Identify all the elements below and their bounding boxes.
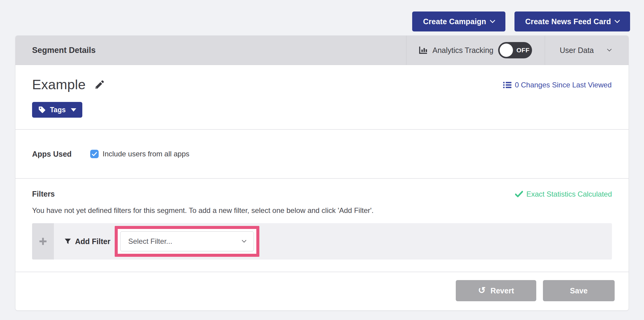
segment-details-panel: Segment Details Analytics Tracking OFF U…: [15, 35, 629, 311]
filters-section: Filters Exact Statistics Calculated You …: [15, 179, 629, 272]
analytics-tracking-toggle[interactable]: OFF: [498, 42, 532, 58]
apps-used-label: Apps Used: [32, 150, 90, 158]
edit-name-button[interactable]: [94, 79, 105, 90]
caret-down-icon: [71, 108, 76, 112]
chevron-down-icon: [614, 18, 620, 23]
chevron-down-icon: [242, 238, 246, 243]
create-news-feed-card-button[interactable]: Create News Feed Card: [514, 11, 630, 31]
footer-actions: ↺ Revert Save: [15, 272, 629, 310]
include-all-apps-label: Include users from all apps: [103, 150, 189, 158]
save-label: Save: [570, 286, 587, 295]
pencil-icon: [94, 79, 105, 90]
segment-title-section: Example 0 Changes: [15, 65, 629, 129]
create-campaign-button[interactable]: Create Campaign: [412, 11, 505, 31]
screen: Create Campaign Create News Feed Card Se…: [0, 0, 644, 320]
toggle-state-label: OFF: [516, 47, 530, 54]
filter-funnel-icon: [64, 238, 71, 245]
chevron-down-icon: [490, 18, 495, 23]
page-title: Segment Details: [15, 36, 406, 65]
list-icon: [503, 81, 511, 89]
add-filter-row-body: Add Filter Select Filter...: [54, 223, 612, 260]
filters-heading: Filters: [32, 190, 55, 198]
analytics-tracking-control: Analytics Tracking OFF: [406, 36, 545, 65]
plus-icon: [39, 237, 47, 246]
tags-button-label: Tags: [50, 106, 66, 114]
add-filter-label: Add Filter: [75, 237, 110, 246]
revert-icon: ↺: [478, 286, 486, 295]
include-all-apps-checkbox[interactable]: [90, 150, 99, 158]
select-filter-dropdown[interactable]: Select Filter...: [120, 231, 254, 251]
analytics-tracking-label: Analytics Tracking: [432, 46, 493, 55]
changes-since-last-viewed-link[interactable]: 0 Changes Since Last Viewed: [503, 81, 612, 89]
bar-chart-icon: [419, 46, 428, 55]
add-filter-group-button[interactable]: [32, 223, 54, 260]
checkmark-icon: [92, 152, 97, 156]
select-filter-placeholder: Select Filter...: [128, 237, 172, 246]
revert-button[interactable]: ↺ Revert: [456, 280, 536, 301]
create-news-feed-label: Create News Feed Card: [525, 17, 611, 26]
revert-label: Revert: [491, 286, 514, 295]
filters-empty-state-text: You have not yet defined filters for thi…: [32, 206, 612, 215]
exact-statistics-status: Exact Statistics Calculated: [515, 190, 612, 198]
panel-header: Segment Details Analytics Tracking OFF U…: [15, 36, 629, 65]
apps-used-section: Apps Used Include users from all apps: [15, 130, 629, 178]
segment-name: Example: [32, 77, 86, 93]
user-data-dropdown[interactable]: User Data: [545, 36, 629, 65]
select-filter-highlight-box: Select Filter...: [115, 226, 259, 257]
tags-button[interactable]: Tags: [32, 102, 82, 118]
toggle-knob: [500, 44, 513, 57]
save-button[interactable]: Save: [543, 280, 615, 301]
check-icon: [515, 191, 523, 198]
chevron-down-icon: [607, 47, 612, 52]
changes-link-label: 0 Changes Since Last Viewed: [515, 81, 612, 89]
top-action-bar: Create Campaign Create News Feed Card: [0, 0, 644, 31]
add-filter-label-group: Add Filter: [64, 237, 110, 246]
tag-icon: [38, 106, 46, 114]
add-filter-row: Add Filter Select Filter...: [32, 223, 612, 260]
user-data-label: User Data: [560, 46, 594, 55]
exact-statistics-label: Exact Statistics Calculated: [526, 190, 612, 198]
create-campaign-label: Create Campaign: [423, 17, 486, 26]
